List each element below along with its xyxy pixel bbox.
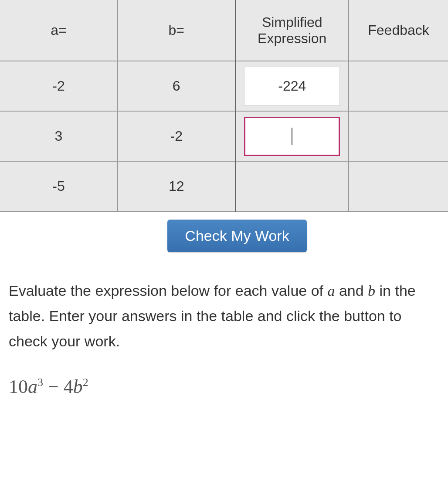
cell-b-3: 12 (118, 161, 235, 211)
cell-feedback-3 (349, 161, 448, 211)
header-a: a= (0, 0, 118, 61)
expr-exp1: 3 (37, 376, 43, 389)
answer-input-1[interactable]: -224 (244, 67, 340, 106)
answer-input-2[interactable] (244, 117, 340, 156)
cell-feedback-1 (349, 61, 448, 111)
math-expression: 10a3 − 4b2 (0, 354, 448, 398)
header-feedback: Feedback (349, 0, 448, 61)
button-row: Check My Work (26, 212, 448, 265)
expr-exp2: 2 (83, 376, 88, 389)
expr-var1: a (28, 376, 37, 397)
table-header-row: a= b= Simplified Expression Feedback (0, 0, 448, 61)
table-row: -2 6 -224 (0, 61, 448, 111)
header-b: b= (118, 0, 235, 61)
answer-table-container: a= b= Simplified Expression Feedback -2 … (0, 0, 448, 212)
table-row: 3 -2 (0, 111, 448, 161)
cell-b-1: 6 (118, 61, 235, 111)
cell-answer-2 (235, 111, 349, 161)
variable-b: b (368, 283, 375, 299)
instructions-part1: Evaluate the expression below for each v… (9, 282, 327, 299)
expr-coef2: 4 (64, 376, 73, 397)
cell-answer-1: -224 (235, 61, 349, 111)
expr-var2: b (73, 376, 83, 397)
table-row: -5 12 (0, 161, 448, 211)
answer-input-3[interactable] (244, 167, 340, 206)
cell-b-2: -2 (118, 111, 235, 161)
text-cursor (292, 128, 292, 145)
expr-op: − (43, 376, 64, 397)
variable-a: a (327, 283, 335, 299)
answer-table: a= b= Simplified Expression Feedback -2 … (0, 0, 448, 212)
cell-a-1: -2 (0, 61, 118, 111)
instructions-part2: and (335, 282, 368, 299)
expr-coef1: 10 (9, 376, 28, 397)
cell-a-3: -5 (0, 161, 118, 211)
cell-a-2: 3 (0, 111, 118, 161)
instructions-text: Evaluate the expression below for each v… (0, 265, 448, 354)
check-my-work-button[interactable]: Check My Work (167, 220, 306, 252)
header-expression: Simplified Expression (235, 0, 349, 61)
cell-feedback-2 (349, 111, 448, 161)
cell-answer-3 (235, 161, 349, 211)
